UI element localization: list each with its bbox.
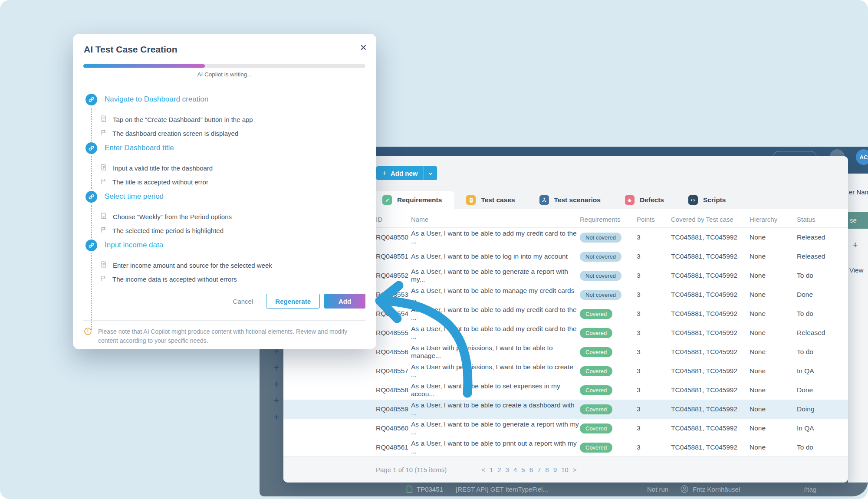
coverage-badge: Covered: [580, 385, 612, 395]
step-action-text: Input a valid title for the dashboard: [113, 164, 213, 172]
add-new-label: Add new: [391, 170, 418, 177]
coverage-badge: Covered: [580, 423, 612, 433]
page-button-3[interactable]: 3: [506, 466, 509, 473]
column-header: Hierarchy: [750, 216, 797, 223]
background-row-status: Not run: [647, 486, 668, 493]
row-points: 3: [637, 310, 671, 318]
cancel-button[interactable]: Cancel: [224, 298, 262, 305]
tab-label: Scripts: [703, 196, 726, 204]
page-button-1[interactable]: 1: [490, 466, 493, 473]
row-status: Done: [797, 386, 848, 394]
regenerate-button[interactable]: Regenerate: [266, 294, 320, 309]
page-button-6[interactable]: 6: [529, 466, 533, 473]
coverage-badge: Covered: [580, 404, 612, 414]
step-expected-text: The selected time period is highlighted: [112, 227, 224, 234]
row-status: Released: [797, 253, 848, 260]
page-button-4[interactable]: 4: [513, 466, 517, 473]
background-test-row: TP03451 [REST API] GET ItemTypeFiel... N…: [260, 483, 868, 496]
table-row[interactable]: RQ048557 As a User with permissions, I w…: [283, 361, 848, 381]
tab-label: Requirements: [397, 196, 442, 204]
disclaimer-text: Please note that AI Copilot might produc…: [98, 327, 357, 345]
row-status: Released: [797, 329, 848, 337]
row-points: 3: [637, 405, 671, 413]
row-status: Done: [797, 291, 848, 299]
coverage-badge: Not covered: [580, 252, 621, 262]
document-icon: [406, 486, 413, 494]
row-id: RQ048550: [373, 233, 411, 241]
row-covered-by: TC045881, TC045992: [671, 310, 750, 318]
step-title: Select time period: [105, 192, 164, 201]
tab-test-cases[interactable]: Test cases: [454, 191, 527, 209]
row-covered-by: TC045881, TC045992: [671, 386, 750, 394]
column-header: Requirements: [580, 216, 637, 223]
page-button-7[interactable]: 7: [537, 466, 541, 473]
row-covered-by: TC045881, TC045992: [671, 443, 750, 451]
row-points: 3: [637, 424, 671, 432]
row-status: To do: [797, 348, 848, 356]
coverage-badge: Covered: [580, 443, 612, 453]
row-covered-by: TC045881, TC045992: [671, 405, 750, 413]
progress-bar-fill: [83, 64, 205, 68]
right-strip-plus-icon: +: [852, 240, 858, 251]
coverage-badge: Not covered: [580, 233, 621, 243]
row-name: As a User, I want to be able to add my c…: [411, 230, 580, 245]
row-status: To do: [797, 272, 848, 279]
tab-label: Test cases: [481, 196, 515, 204]
row-name: As a User, I want to be able to manage m…: [411, 287, 580, 302]
right-strip-partial-text: er Nam: [849, 188, 868, 196]
coverage-badge: Not covered: [580, 290, 621, 300]
avatar[interactable]: AC: [856, 149, 868, 165]
row-points: 3: [637, 233, 671, 241]
row-points: 3: [637, 253, 671, 260]
background-add-icon: +: [273, 411, 279, 423]
row-id: RQ048554: [373, 310, 411, 318]
add-new-button[interactable]: + Add new: [376, 166, 424, 180]
page-button-8[interactable]: 8: [545, 466, 549, 473]
next-page-button[interactable]: >: [573, 466, 577, 473]
table-row[interactable]: RQ048559 As a User, I want to be able to…: [283, 400, 848, 419]
coverage-badge: Covered: [580, 366, 612, 376]
row-covered-by: TC045881, TC045992: [671, 272, 750, 279]
expected-flag-icon: [100, 226, 107, 235]
generated-steps-list: Navigate to Dashboard creation Tap on th…: [73, 93, 376, 288]
action-document-icon: [100, 115, 107, 124]
row-name: As a User, I want to be able to set expe…: [411, 382, 580, 398]
dialog-divider: [83, 320, 365, 321]
table-row[interactable]: RQ048560 As a User, I want to be able to…: [283, 419, 848, 438]
step-title: Input income data: [105, 241, 163, 250]
add-button[interactable]: Add: [324, 294, 365, 309]
page-button-9[interactable]: 9: [553, 466, 557, 473]
column-header: Status: [797, 216, 848, 223]
step-title: Enter Dashboard title: [105, 144, 174, 152]
close-icon[interactable]: ×: [360, 42, 367, 53]
row-points: 3: [637, 291, 671, 299]
column-header: Name: [411, 216, 580, 223]
add-new-split-button: + Add new: [376, 166, 437, 180]
row-name: As a User, I want to be able to generate…: [411, 420, 580, 436]
tab-defects[interactable]: Defects: [613, 191, 676, 209]
row-name: As a User, I want to be able to create a…: [411, 401, 580, 417]
row-points: 3: [637, 348, 671, 356]
page-button-10[interactable]: 10: [561, 466, 569, 473]
page-button-2[interactable]: 2: [497, 466, 501, 473]
table-row[interactable]: RQ048561 As a User, I want to be able to…: [283, 438, 848, 457]
document-icon: [466, 195, 476, 205]
row-hierarchy: None: [750, 367, 797, 375]
tab-scripts[interactable]: Scripts: [676, 191, 738, 209]
prev-page-button[interactable]: <: [481, 466, 485, 473]
tab-bar: Requirements Test cases Test scenarios D…: [370, 191, 738, 209]
progress-bar: [83, 64, 365, 68]
pagination-pages: <12345678910>: [481, 466, 576, 473]
row-id: RQ048555: [373, 329, 411, 337]
copilot-status-text: AI Copilot is writing...: [73, 71, 376, 78]
background-row-id: TP03451: [417, 486, 443, 493]
add-new-dropdown-button[interactable]: [424, 166, 437, 180]
table-row[interactable]: RQ048558 As a User, I want to be able to…: [283, 381, 848, 400]
table-footer: Page 1 of 10 (115 items) <12345678910>: [283, 456, 848, 483]
test-step: Select time period Choose “Weekly” from …: [73, 190, 376, 239]
tab-test-scenarios[interactable]: Test scenarios: [527, 191, 613, 209]
step-action-text: Enter income amount and source for the s…: [113, 262, 272, 269]
tab-requirements[interactable]: Requirements: [370, 191, 454, 209]
row-covered-by: TC045881, TC045992: [671, 367, 750, 375]
page-button-5[interactable]: 5: [521, 466, 525, 473]
